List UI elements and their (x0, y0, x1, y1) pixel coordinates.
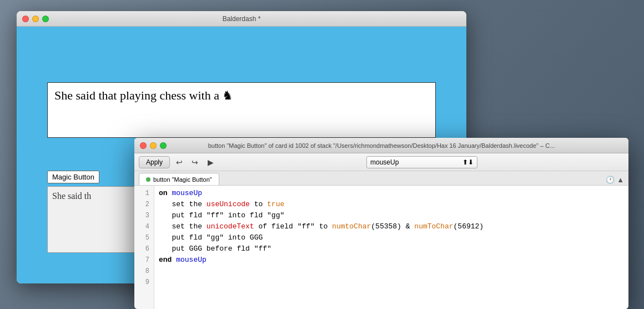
handler-dropdown[interactable]: mouseUp ⬆⬇ (366, 156, 477, 168)
line-num-9: 9 (134, 277, 154, 288)
expand-icon[interactable]: ▲ (617, 176, 624, 184)
code-line-8 (159, 266, 624, 277)
tab-status-dot (146, 177, 150, 182)
line-num-1: 1 (134, 188, 154, 199)
history-icon[interactable]: 🕐 (606, 176, 615, 184)
kw-end-mouseup: mouseUp (176, 255, 207, 266)
editor-minimize-button[interactable] (150, 142, 157, 149)
object-tab-label: button "Magic Button" (153, 176, 212, 183)
close-button[interactable] (22, 16, 29, 22)
line-num-7: 7 (134, 255, 154, 266)
minimize-button[interactable] (32, 16, 39, 22)
kw-mouseup: mouseUp (172, 188, 202, 199)
code-line-5: put fld "gg" into GGG (159, 232, 624, 243)
undo-button[interactable]: ↩ (173, 156, 185, 168)
code-line-5-text: put fld "gg" into GGG (159, 232, 263, 243)
editor-titlebar: button "Magic Button" of card id 1002 of… (134, 138, 628, 153)
code-line-4: set the unicodeText of field "ff" to num… (159, 221, 624, 232)
main-window-titlebar: Balderdash * (17, 11, 466, 27)
line-num-5: 5 (134, 232, 154, 243)
magic-button[interactable]: Magic Button (47, 171, 99, 183)
code-line-6: put GGG before fld "ff" (159, 243, 624, 255)
window-controls (22, 16, 49, 22)
kw-unicodetext: unicodeText (207, 221, 254, 232)
main-window-title: Balderdash * (223, 15, 261, 23)
code-line-3-text: put fld "ff" into fld "gg" (159, 210, 284, 221)
main-text-field[interactable]: She said that playing chess with a ♞ (47, 82, 436, 138)
code-line-2: set the useUnicode to true (159, 199, 624, 210)
redo-button[interactable]: ↪ (189, 156, 201, 168)
line-num-6: 6 (134, 243, 154, 255)
line-num-8: 8 (134, 266, 154, 277)
kw-end: end (159, 255, 176, 266)
apply-button[interactable]: Apply (139, 156, 170, 168)
chess-icon: ♞ (222, 88, 233, 102)
dropdown-arrow-icon: ⬆⬇ (462, 158, 474, 166)
handler-name: mouseUp (370, 158, 399, 166)
kw-useunicode: useUnicode (207, 199, 250, 210)
editor-window-title: button "Magic Button" of card id 1002 of… (208, 142, 555, 149)
code-line-3: put fld "ff" into fld "gg" (159, 210, 624, 221)
editor-close-button[interactable] (140, 142, 147, 149)
maximize-button[interactable] (42, 16, 49, 22)
script-editor-window: button "Magic Button" of card id 1002 of… (134, 138, 628, 309)
object-tab-bar: button "Magic Button" 🕐 ▲ (134, 171, 628, 186)
code-area[interactable]: 1 2 3 4 5 6 7 8 9 on mouseUp set the use… (134, 186, 628, 309)
code-editor[interactable]: on mouseUp set the useUnicode to true pu… (154, 186, 628, 309)
code-line-7: end mouseUp (159, 255, 624, 266)
editor-maximize-button[interactable] (160, 142, 167, 149)
text-before-icon: She said that playing chess with a (54, 88, 222, 102)
object-tab[interactable]: button "Magic Button" (139, 173, 219, 185)
kw-numtochar2: numToChar (414, 221, 453, 232)
kw-on: on (159, 188, 172, 199)
code-indent: set the (159, 199, 207, 210)
editor-window-controls (140, 142, 167, 149)
kw-true: true (267, 199, 284, 210)
line-num-4: 4 (134, 221, 154, 232)
line-numbers: 1 2 3 4 5 6 7 8 9 (134, 186, 154, 309)
code-line-6-text: put GGG before fld "ff" (159, 243, 271, 255)
line-num-2: 2 (134, 199, 154, 210)
main-text-content: She said that playing chess with a ♞ (54, 88, 233, 103)
run-button[interactable]: ▶ (204, 156, 217, 168)
code-line-9 (159, 277, 624, 288)
kw-numtochar1: numtoChar (332, 221, 371, 232)
tab-icons-right: 🕐 ▲ (606, 176, 624, 185)
line-num-3: 3 (134, 210, 154, 221)
editor-toolbar: Apply ↩ ↪ ▶ mouseUp ⬆⬇ (134, 153, 628, 171)
code-line-1: on mouseUp (159, 188, 624, 199)
